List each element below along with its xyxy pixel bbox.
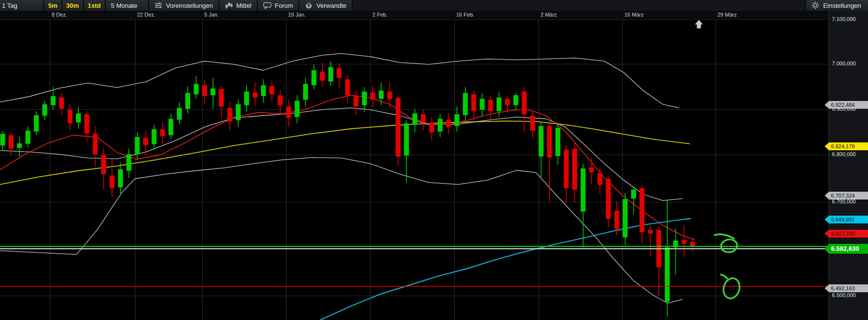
date-tick-label: 5 Jan.: [204, 12, 219, 18]
candle-up: [25, 131, 30, 144]
price-tag-bollinger-upper[interactable]: 6.922,484: [825, 101, 868, 109]
interval-30m-button[interactable]: 30m: [62, 0, 84, 11]
chart-plot-area[interactable]: [0, 20, 829, 320]
date-tick-label: 8 Dez.: [52, 12, 67, 18]
candle-down: [648, 230, 653, 234]
candle-up: [0, 134, 5, 145]
indicators-button[interactable]: Mittel: [219, 0, 258, 11]
price-axis-label: 7.100,000: [832, 16, 856, 22]
candle-down: [606, 179, 611, 219]
candle-down: [614, 211, 619, 229]
candle-up: [580, 168, 585, 212]
speech-bubble-icon: [263, 1, 271, 9]
grid: [0, 20, 829, 320]
price-tag-alarm-green[interactable]: 6.582,630: [825, 244, 868, 254]
settings-button[interactable]: Einstellungen: [805, 0, 868, 11]
presets-button[interactable]: Voreinstellungen: [149, 0, 219, 11]
candle-up: [379, 91, 384, 99]
green-circle-lower[interactable]: [721, 276, 742, 300]
candle-down: [421, 114, 426, 121]
candle-down: [639, 188, 644, 232]
bollinger-lower-line: [0, 158, 682, 303]
candle-up: [412, 113, 417, 124]
candle-up: [42, 104, 47, 116]
candle-down: [160, 129, 165, 136]
period-label: 5 Monate: [111, 2, 137, 9]
candle-up: [261, 85, 266, 96]
cyan-ma-line: [292, 219, 691, 320]
toolbar-spacer: [353, 0, 805, 11]
candle-down: [270, 86, 274, 95]
candle-up: [303, 84, 308, 100]
candle-up: [34, 115, 39, 131]
interval-1std-button[interactable]: 1std: [84, 0, 106, 11]
related-label: Verwandte: [316, 2, 346, 9]
candle-down: [337, 68, 342, 78]
candle-down: [320, 72, 325, 81]
date-tick-label: 19 Jan.: [288, 12, 306, 18]
candle-up: [295, 100, 300, 117]
candle-up: [497, 98, 502, 111]
candlestick-chart[interactable]: [0, 20, 829, 320]
date-tick-label: 29 März: [717, 12, 737, 18]
price-axis[interactable]: 7.100,0007.000,0006.900,0006.800,0006.70…: [829, 11, 868, 320]
settings-label: Einstellungen: [823, 2, 861, 9]
candle-down: [110, 176, 115, 188]
candle-down: [84, 114, 89, 133]
related-button[interactable]: Verwandte: [299, 0, 352, 11]
price-tag-bollinger-lower[interactable]: 6.492,163: [825, 284, 868, 292]
eye-icon: [305, 1, 313, 9]
timeframe-button[interactable]: 1 Tag: [0, 0, 44, 11]
candle-down: [429, 122, 434, 132]
period-button[interactable]: 5 Monate: [106, 0, 149, 11]
candle-down: [278, 95, 283, 105]
toolbar: 1 Tag 5m 30m 1std 5 Monate Voreinstellun…: [0, 0, 868, 11]
candle-down: [505, 99, 510, 105]
price-tag-bollinger-middle[interactable]: 6.707,324: [825, 192, 868, 200]
candle-up: [193, 84, 198, 94]
price-axis-label: 7.000,000: [832, 60, 856, 66]
candle-down: [488, 100, 493, 111]
price-tag-yellow-ma[interactable]: 6.824,179: [825, 142, 868, 150]
candle-up: [152, 129, 156, 144]
candle-up: [513, 95, 518, 105]
forum-button[interactable]: Forum: [258, 0, 300, 11]
price-tag-cyan-ma[interactable]: 6.649,991: [825, 216, 868, 223]
timeframe-label: 1 Tag: [2, 2, 18, 9]
candle-up: [76, 113, 81, 122]
indicators-label: Mittel: [236, 2, 251, 9]
candle-down: [682, 240, 687, 244]
date-axis[interactable]: 8 Dez.22 Dez.5 Jan.19 Jan.2 Feb.16 Feb.2…: [0, 11, 829, 20]
candle-up: [623, 199, 628, 237]
candle-up: [211, 88, 215, 95]
date-tick-label: 2 Feb.: [372, 12, 387, 18]
candle-down: [690, 242, 695, 246]
candle-down: [530, 116, 535, 131]
candle-up: [480, 99, 484, 110]
candle-down: [93, 134, 97, 154]
gear-icon: [811, 1, 820, 9]
candle-down: [446, 120, 451, 127]
candle-down: [143, 138, 148, 145]
candle-down: [68, 110, 73, 123]
candle-up: [631, 190, 636, 199]
date-tick-label: 2 März: [540, 12, 557, 18]
candle-up: [311, 70, 316, 85]
candle-up: [177, 108, 182, 120]
candle-down: [547, 126, 552, 157]
candle-down: [353, 96, 358, 106]
interval-5m-label: 5m: [48, 2, 58, 9]
candle-down: [252, 93, 257, 98]
candle-up: [438, 119, 443, 132]
price-axis-label: 6.500,000: [832, 292, 856, 298]
date-tick-label: 22 Dez.: [137, 12, 155, 18]
candle-up: [665, 247, 670, 302]
interval-5m-button[interactable]: 5m: [44, 0, 62, 11]
sliders-icon: [154, 1, 163, 9]
candle-up: [185, 93, 190, 109]
price-tag-red-ma[interactable]: 6.617,700: [825, 230, 868, 238]
green-circle-upper-tail: [714, 234, 734, 239]
annotations: [714, 234, 742, 300]
arrow-up-marker[interactable]: [695, 20, 703, 28]
candle-up: [362, 92, 367, 105]
